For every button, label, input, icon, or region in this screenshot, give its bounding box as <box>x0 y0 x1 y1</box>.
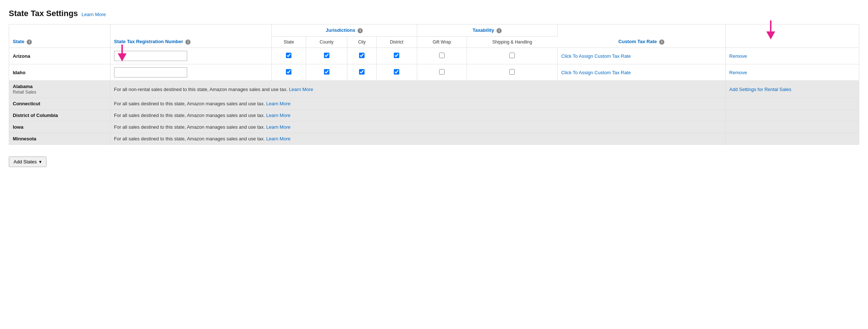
table-body: Arizona Click To Assign Custom Tax Rate … <box>9 48 859 145</box>
managed-cell-state-0: AlabamaRetail Sales <box>9 81 110 98</box>
managed-row: Iowa For all sales destined to this stat… <box>9 121 859 133</box>
add-states-button[interactable]: Add States ▾ <box>9 156 46 167</box>
managed-cell-msg-3: For all sales destined to this state, Am… <box>110 121 725 133</box>
reg-info-icon[interactable]: i <box>185 39 190 45</box>
state-tax-table: State i State Tax Registration Number i … <box>9 24 859 145</box>
custom-tax-link-0[interactable]: Click To Assign Custom Tax Rate <box>561 53 631 59</box>
cell-jur-city-0[interactable] <box>347 48 377 64</box>
checkbox-tax-giftwrap-0[interactable] <box>439 53 445 58</box>
managed-learn-more-1[interactable]: Learn More <box>266 101 290 106</box>
jur-info-icon[interactable]: i <box>358 28 363 33</box>
managed-msg-text-4: For all sales destined to this state, Am… <box>114 136 291 141</box>
managed-cell-state-4: Minnesota <box>9 133 110 145</box>
managed-cell-msg-4: For all sales destined to this state, Am… <box>110 133 725 145</box>
custom-tax-info-icon[interactable]: i <box>659 39 664 45</box>
table-row: Arizona Click To Assign Custom Tax Rate … <box>9 48 859 64</box>
managed-cell-state-1: Connecticut <box>9 98 110 110</box>
cell-jur-county-1[interactable] <box>306 64 347 81</box>
managed-row: Connecticut For all sales destined to th… <box>9 98 859 110</box>
cell-custom-tax-0[interactable]: Click To Assign Custom Tax Rate <box>557 48 725 64</box>
col-sub-jur-county: County <box>306 37 347 48</box>
col-header-custom-tax: Custom Tax Rate i <box>557 24 725 48</box>
managed-cell-action-0[interactable]: Add Settings for Rental Sales <box>725 81 859 98</box>
cell-state-1: Idaho <box>9 64 110 81</box>
managed-cell-msg-1: For all sales destined to this state, Am… <box>110 98 725 110</box>
state-info-icon[interactable]: i <box>27 39 32 45</box>
state-name-1: Idaho <box>13 70 26 75</box>
managed-state-name-1: Connecticut <box>13 101 40 106</box>
managed-state-name-4: Minnesota <box>13 136 36 141</box>
checkbox-jur-district-1[interactable] <box>394 69 399 75</box>
checkbox-tax-giftwrap-1[interactable] <box>439 69 445 75</box>
managed-row: Minnesota For all sales destined to this… <box>9 133 859 145</box>
managed-msg-text-1: For all sales destined to this state, Am… <box>114 101 291 106</box>
reg-input-1[interactable] <box>114 67 187 77</box>
managed-msg-text-3: For all sales destined to this state, Am… <box>114 124 291 130</box>
checkbox-jur-city-0[interactable] <box>359 53 365 58</box>
cell-jur-district-0[interactable] <box>377 48 417 64</box>
managed-cell-state-2: District of Columbia <box>9 110 110 121</box>
cell-jur-state-1[interactable] <box>272 64 306 81</box>
managed-state-name-0: Alabama <box>13 84 33 89</box>
cell-reg-0[interactable] <box>110 48 272 64</box>
col-sub-tax-giftwrap: Gift Wrap <box>417 37 467 48</box>
cell-jur-city-1[interactable] <box>347 64 377 81</box>
cell-tax-shipping-1[interactable] <box>467 64 558 81</box>
managed-cell-action-4 <box>725 133 859 145</box>
managed-cell-msg-0: For all non-rental sales destined to thi… <box>110 81 725 98</box>
col-header-registration: State Tax Registration Number i <box>110 24 272 48</box>
checkbox-jur-state-0[interactable] <box>286 53 291 58</box>
cell-jur-state-0[interactable] <box>272 48 306 64</box>
managed-cell-msg-2: For all sales destined to this state, Am… <box>110 110 725 121</box>
managed-cell-action-2 <box>725 110 859 121</box>
checkbox-tax-shipping-1[interactable] <box>509 69 515 75</box>
managed-learn-more-2[interactable]: Learn More <box>266 113 290 118</box>
checkbox-jur-state-1[interactable] <box>286 69 291 75</box>
cell-reg-1[interactable] <box>110 64 272 81</box>
managed-cell-state-3: Iowa <box>9 121 110 133</box>
remove-link-1[interactable]: Remove <box>729 70 747 75</box>
custom-tax-arrow <box>766 20 775 39</box>
col-header-remove <box>725 24 859 48</box>
managed-learn-more-0[interactable]: Learn More <box>289 87 313 92</box>
col-sub-tax-shipping: Shipping & Handling <box>467 37 558 48</box>
custom-tax-link-1[interactable]: Click To Assign Custom Tax Rate <box>561 70 631 75</box>
col-sub-jur-state: State <box>272 37 306 48</box>
managed-state-name-2: District of Columbia <box>13 113 58 118</box>
cell-jur-district-1[interactable] <box>377 64 417 81</box>
managed-state-name-3: Iowa <box>13 124 23 130</box>
col-header-jurisdictions: Jurisdictions i <box>272 24 417 37</box>
checkbox-jur-county-1[interactable] <box>324 69 329 75</box>
managed-action-link-0[interactable]: Add Settings for Rental Sales <box>729 87 792 92</box>
managed-row: AlabamaRetail Sales For all non-rental s… <box>9 81 859 98</box>
table-wrapper: State i State Tax Registration Number i … <box>9 24 859 145</box>
managed-learn-more-3[interactable]: Learn More <box>266 124 290 130</box>
managed-learn-more-4[interactable]: Learn More <box>266 136 290 141</box>
col-sub-jur-city: City <box>347 37 377 48</box>
managed-row: District of Columbia For all sales desti… <box>9 110 859 121</box>
cell-jur-county-0[interactable] <box>306 48 347 64</box>
page-title: State Tax Settings <box>9 9 78 18</box>
managed-state-sub-0: Retail Sales <box>13 90 36 95</box>
cell-remove-0[interactable]: Remove <box>725 48 859 64</box>
page-learn-more-link[interactable]: Learn More <box>82 12 106 17</box>
checkbox-jur-district-0[interactable] <box>394 53 399 58</box>
registration-arrow <box>118 45 127 61</box>
cell-tax-giftwrap-1[interactable] <box>417 64 467 81</box>
tax-info-icon[interactable]: i <box>497 28 502 33</box>
checkbox-tax-shipping-0[interactable] <box>509 53 515 58</box>
remove-link-0[interactable]: Remove <box>729 53 747 59</box>
header-row-main: State i State Tax Registration Number i … <box>9 24 859 37</box>
table-row: Idaho Click To Assign Custom Tax Rate Re… <box>9 64 859 81</box>
col-header-taxability: Taxability i <box>417 24 557 37</box>
add-states-dropdown-icon: ▾ <box>39 159 42 164</box>
checkbox-jur-county-0[interactable] <box>324 53 329 58</box>
col-sub-jur-district: District <box>377 37 417 48</box>
col-header-state: State i <box>9 24 110 48</box>
checkbox-jur-city-1[interactable] <box>359 69 365 75</box>
state-name-0: Arizona <box>13 53 30 59</box>
cell-custom-tax-1[interactable]: Click To Assign Custom Tax Rate <box>557 64 725 81</box>
cell-tax-giftwrap-0[interactable] <box>417 48 467 64</box>
cell-tax-shipping-0[interactable] <box>467 48 558 64</box>
cell-remove-1[interactable]: Remove <box>725 64 859 81</box>
